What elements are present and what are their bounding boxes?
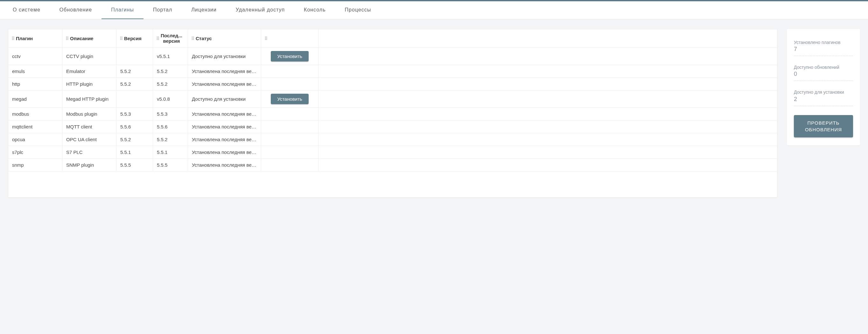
check-updates-button[interactable]: ПРОВЕРИТЬ ОБНОВЛЕНИЯ	[794, 115, 853, 137]
cell-plugin: cctv	[8, 48, 62, 65]
cell-plugin: emuls	[8, 65, 62, 78]
cell-description: SNMP plugin	[62, 159, 117, 171]
stat-available-value: 2	[794, 96, 853, 103]
cell-latest: v5.0.8	[153, 90, 188, 108]
cell-description: Modbus plugin	[62, 108, 117, 120]
table-row: cctvCCTV pluginv5.5.1Доступно для устано…	[8, 48, 777, 65]
cell-latest: 5.5.3	[153, 108, 188, 120]
cell-action	[261, 133, 318, 146]
drag-handle-icon[interactable]: ⠿	[265, 36, 267, 41]
cell-action	[261, 159, 318, 171]
cell-description: S7 PLC	[62, 146, 117, 159]
cell-latest: 5.5.6	[153, 120, 188, 133]
filler-row	[8, 171, 777, 198]
cell-version: 5.5.3	[117, 108, 153, 120]
cell-version: 5.5.6	[117, 120, 153, 133]
table-row: modbusModbus plugin5.5.35.5.3Установлена…	[8, 108, 777, 120]
drag-handle-icon[interactable]: ⠿	[120, 36, 122, 41]
tab-7[interactable]: Процессы	[335, 1, 381, 19]
tab-6[interactable]: Консоль	[294, 1, 335, 19]
cell-description: CCTV plugin	[62, 48, 117, 65]
content-area: ⠿Плагин ⠿Описание ⠿Версия ⠿Послед...верс…	[0, 20, 868, 207]
cell-version: 5.5.2	[117, 78, 153, 90]
col-header-version[interactable]: ⠿Версия	[117, 29, 153, 48]
col-header-status-label: Статус	[196, 36, 212, 41]
cell-action: Установить	[261, 90, 318, 108]
cell-status: Установлена последняя вер...	[188, 146, 261, 159]
cell-plugin: mqttclient	[8, 120, 62, 133]
drag-handle-icon[interactable]: ⠿	[156, 36, 159, 41]
table-row: mqttclientMQTT client5.5.65.5.6Установле…	[8, 120, 777, 133]
col-header-extra[interactable]	[318, 29, 777, 48]
cell-description: HTTP plugin	[62, 78, 117, 90]
cell-version: 5.5.5	[117, 159, 153, 171]
cell-plugin: opcua	[8, 133, 62, 146]
drag-handle-icon[interactable]: ⠿	[191, 36, 194, 41]
tab-4[interactable]: Лицензии	[182, 1, 226, 19]
stat-available-label: Доступно для установки	[794, 89, 853, 95]
col-header-description-label: Описание	[70, 36, 93, 41]
tab-bar: О системеОбновлениеПлагиныПорталЛицензии…	[0, 1, 868, 20]
cell-plugin: s7plc	[8, 146, 62, 159]
filler-cell	[8, 171, 777, 198]
cell-description: Megad HTTP plugin	[62, 90, 117, 108]
install-button[interactable]: Установить	[271, 94, 309, 104]
stat-available: Доступно для установки 2	[794, 87, 853, 106]
tab-1[interactable]: Обновление	[50, 1, 101, 19]
table-row: snmpSNMP plugin5.5.55.5.5Установлена пос…	[8, 159, 777, 171]
col-header-latest[interactable]: ⠿Послед...версия	[153, 29, 188, 48]
table-row: emulsEmulator5.5.25.5.2Установлена после…	[8, 65, 777, 78]
cell-action	[261, 108, 318, 120]
cell-latest: 5.5.5	[153, 159, 188, 171]
cell-action	[261, 146, 318, 159]
cell-version	[117, 48, 153, 65]
table-row: megadMegad HTTP pluginv5.0.8Доступно для…	[8, 90, 777, 108]
cell-status: Установлена последняя вер...	[188, 120, 261, 133]
cell-extra	[318, 78, 777, 90]
cell-version: 5.5.2	[117, 65, 153, 78]
cell-version	[117, 90, 153, 108]
cell-latest: 5.5.2	[153, 65, 188, 78]
col-header-plugin[interactable]: ⠿Плагин	[8, 29, 62, 48]
stat-updates-value: 0	[794, 71, 853, 78]
table-row: httpHTTP plugin5.5.25.5.2Установлена пос…	[8, 78, 777, 90]
col-header-version-label: Версия	[124, 36, 142, 41]
cell-latest: 5.5.1	[153, 146, 188, 159]
cell-extra	[318, 120, 777, 133]
plugins-table-panel: ⠿Плагин ⠿Описание ⠿Версия ⠿Послед...верс…	[8, 29, 777, 198]
stat-installed-label: Установлено плагинов	[794, 39, 853, 45]
col-header-action[interactable]: ⠿	[261, 29, 318, 48]
cell-description: MQTT client	[62, 120, 117, 133]
cell-action	[261, 78, 318, 90]
cell-extra	[318, 146, 777, 159]
stat-installed-value: 7	[794, 46, 853, 53]
cell-status: Установлена последняя вер...	[188, 159, 261, 171]
cell-action	[261, 120, 318, 133]
plugins-table: ⠿Плагин ⠿Описание ⠿Версия ⠿Послед...верс…	[8, 29, 777, 198]
table-row: opcuaOPC UA client5.5.25.5.2Установлена …	[8, 133, 777, 146]
tab-3[interactable]: Портал	[144, 1, 182, 19]
cell-plugin: snmp	[8, 159, 62, 171]
drag-handle-icon[interactable]: ⠿	[11, 36, 14, 41]
cell-extra	[318, 65, 777, 78]
cell-status: Установлена последняя вер...	[188, 133, 261, 146]
cell-plugin: modbus	[8, 108, 62, 120]
cell-status: Установлена последняя вер...	[188, 78, 261, 90]
cell-extra	[318, 48, 777, 65]
tab-0[interactable]: О системе	[3, 1, 50, 19]
cell-status: Установлена последняя вер...	[188, 65, 261, 78]
stat-installed: Установлено плагинов 7	[794, 37, 853, 56]
col-header-description[interactable]: ⠿Описание	[62, 29, 117, 48]
cell-action: Установить	[261, 48, 318, 65]
cell-latest: 5.5.2	[153, 133, 188, 146]
cell-status: Установлена последняя вер...	[188, 108, 261, 120]
col-header-status[interactable]: ⠿Статус	[188, 29, 261, 48]
cell-version: 5.5.1	[117, 146, 153, 159]
table-row: s7plcS7 PLC5.5.15.5.1Установлена последн…	[8, 146, 777, 159]
cell-action	[261, 65, 318, 78]
stat-updates: Доступно обновлений 0	[794, 62, 853, 81]
tab-2[interactable]: Плагины	[101, 1, 144, 19]
drag-handle-icon[interactable]: ⠿	[66, 36, 68, 41]
tab-5[interactable]: Удаленный доступ	[226, 1, 294, 19]
install-button[interactable]: Установить	[271, 51, 309, 61]
